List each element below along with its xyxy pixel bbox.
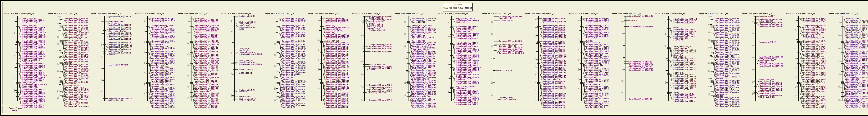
map-title-6A[interactable]: Wheat-2018-NAM29-BxPI220431_6A — [655, 13, 685, 14]
marker-label[interactable]: Tdurum_contig62141_148 — [673, 46, 691, 48]
marker-label[interactable]: SpringWheatNAM_tag_116783-4B — [456, 49, 479, 51]
marker-label[interactable]: Kukri_rep_c103433_398 — [456, 58, 473, 60]
marker-label[interactable]: SpringWheatNAM_tag_38445-5B — [586, 18, 609, 19]
marker-label[interactable]: SpringWheatNAM_tag_113106-5B — [586, 70, 609, 71]
marker-label[interactable]: SpringWheatNAM_tag_37536-2A — [152, 105, 175, 106]
marker-label[interactable]: SpringWheatNAM_tag_299321-6B — [716, 99, 740, 100]
marker-label[interactable]: RAC875_c34624_305 — [369, 24, 383, 26]
marker-label[interactable]: SpringWheatNAM_tag_287743-7B — [846, 82, 868, 84]
marker-label[interactable]: SpringWheatNAM_tag_190717-4B — [456, 98, 479, 100]
marker-label[interactable]: SpringWheatNAM_tag_35757-1A — [22, 79, 44, 80]
marker-label[interactable]: SpringWheatNAM_tag_102216-6A — [673, 86, 696, 88]
marker-label[interactable]: SpringWheatNAM_tag_92153-6A — [673, 36, 695, 37]
marker-label[interactable]: SpringWheatNAM_tag_11945-5A — [542, 98, 565, 99]
marker-label[interactable]: SpringWheatNAM_tag_316661-1B — [65, 90, 89, 92]
marker-label[interactable]: SpringWheatNAM_tag_299168-6A — [673, 85, 696, 86]
marker-label[interactable]: SpringWheatNAM_tag_298177-7A — [803, 30, 826, 32]
marker-label[interactable]: RAC875_c10194_910 — [282, 75, 296, 77]
marker-label[interactable]: CAP11_c1661_59 — [803, 35, 814, 37]
marker-label[interactable]: SpringWheatNAM_tag_27276-1B — [65, 75, 88, 76]
marker-label[interactable]: SpringWheatNAM_tag_190750-4D — [499, 40, 523, 42]
marker-label[interactable]: SpringWheatNAM_tag_25005-5A — [542, 27, 565, 28]
marker-label[interactable]: SpringWheatNAM_tag_327820-3A — [282, 32, 306, 33]
marker-label[interactable]: Ra_c4568_960 — [673, 99, 683, 100]
marker-label[interactable]: wsnp_Ku_c665_1371121 — [846, 32, 863, 33]
marker-label[interactable]: RAC875_c26767_158 — [369, 21, 383, 22]
chromosome-bar[interactable] — [408, 16, 408, 101]
marker-label[interactable]: D_contig26950_309 — [499, 20, 513, 21]
marker-label[interactable]: SpringWheatNAM_tag_87019-5A — [542, 30, 565, 32]
marker-label[interactable]: wsnp_Ex_c10751_17505459 — [152, 80, 171, 82]
marker-label[interactable]: SpringWheatNAM_tag_75608-1A — [22, 53, 44, 54]
marker-label[interactable]: SpringWheatNAM_tag_337551-3D — [369, 67, 392, 69]
marker-label[interactable]: wsnp_RFL_Contig4429_5204995 — [412, 47, 435, 49]
marker-label[interactable]: SpringWheatNAM_tag_23263-5B — [586, 46, 609, 47]
marker-label[interactable]: RAC875_c44888_403 — [108, 99, 123, 101]
marker-label[interactable]: Kukri_rep_c90693_1255 — [65, 94, 83, 95]
marker-label[interactable]: IACX9097 — [65, 62, 72, 64]
marker-label[interactable]: Ku_c3924_451 — [456, 75, 466, 77]
marker-label[interactable]: SpringWheatNAM_tag_64505-1D — [108, 52, 131, 54]
marker-label[interactable]: SpringWheatNAM_tag_26016-1B — [65, 67, 88, 69]
marker-label[interactable]: SpringWheatNAM_tag_21150-2B — [195, 34, 218, 35]
marker-label[interactable]: BS00040742_51 — [326, 91, 336, 92]
marker-label[interactable]: SpringWheatNAM_tag_24720-4A — [412, 85, 435, 87]
marker-label[interactable]: SpringWheatNAM_tag_4349-5A — [542, 41, 564, 42]
map-title-5B[interactable]: Wheat-2018-NAM29-BxPI220431_5B — [569, 13, 598, 14]
marker-label[interactable]: SpringWheatNAM_tag_251694-1A — [22, 77, 45, 78]
marker-label[interactable]: Kukri_rep_c103035_376 — [152, 42, 169, 44]
marker-label[interactable]: BS00031178_51 — [673, 55, 684, 56]
marker-label[interactable]: SpringWheatNAM_tag_114407-2A — [152, 20, 175, 21]
marker-label[interactable]: SpringWheatNAM_tag_46321-1B — [65, 54, 88, 55]
marker-label[interactable]: SpringWheatNAM_tag_81178-3D — [369, 48, 392, 49]
marker-label[interactable]: SpringWheatNAM_tag_117224-5A — [542, 77, 566, 79]
marker-label[interactable]: SpringWheatNAM_tag_14232-5D — [629, 61, 652, 62]
marker-label[interactable]: SpringWheatNAM_tag_90064-6A — [673, 79, 695, 81]
marker-label[interactable]: SpringWheatNAM_tag_44789-3D — [369, 44, 392, 46]
marker-label[interactable]: Jagger_rep_c10288_53 — [412, 49, 429, 51]
marker-label[interactable]: SpringWheatNAM_tag_112740-3D — [369, 90, 392, 92]
marker-label[interactable]: SpringWheatNAM_tag_112307-4B — [456, 74, 479, 75]
marker-label[interactable]: SpringWheatNAM_tag_330334-3B — [326, 34, 349, 35]
marker-label[interactable]: SpringWheatNAM_tag_28134-5B — [586, 72, 609, 73]
marker-label[interactable]: SpringWheatNAM_tag_192042-5B — [586, 32, 609, 33]
marker-label[interactable]: SpringWheatNAM_tag_40133-6B — [716, 100, 739, 102]
marker-label[interactable]: SpringWheatNAM_tag_68805-2A — [152, 48, 175, 49]
marker-label[interactable]: SpringWheatNAM_tag_103256-2B — [195, 103, 219, 105]
marker-label[interactable]: SpringWheatNAM_tag_317765-1A — [22, 42, 45, 44]
marker-label[interactable]: SpringWheatNAM_tag_21960-7B — [846, 85, 868, 87]
marker-label[interactable]: SpringWheatNAM_tag_299063-7B — [846, 33, 868, 35]
marker-label[interactable]: SpringWheatNAM_tag_79353-4D — [499, 49, 522, 51]
marker-label[interactable]: Jagger_c728_225 — [369, 28, 381, 29]
marker-label[interactable]: SpringWheatNAM_tag_192565-6B — [716, 106, 740, 107]
marker-label[interactable]: SpringWheatNAM_tag_158928-2A — [152, 70, 175, 71]
marker-label[interactable]: Excalibur_c20411_127 — [456, 95, 472, 96]
marker-label[interactable]: SpringWheatNAM_tag_51534-3B — [326, 94, 348, 96]
marker-label[interactable]: SpringWheatNAM_tag_192354-5B — [586, 20, 609, 21]
marker-label[interactable]: SpringWheatNAM_tag_246953-7B — [846, 84, 868, 85]
marker-label[interactable]: BobWhite_c34866_232 — [282, 42, 298, 44]
marker-label[interactable]: BobWhite_c17403_635 — [152, 75, 168, 77]
marker-label[interactable]: SpringWheatNAM_tag_38305-1A — [22, 51, 44, 52]
marker-label[interactable]: SpringWheatNAM_tag_62131-7A — [803, 91, 826, 92]
marker-label[interactable]: SpringWheatNAM_tag_25646-5A — [542, 46, 565, 48]
marker-label[interactable]: SpringWheatNAM_tag_51775-6B — [716, 28, 739, 30]
marker-label[interactable]: SpringWheatNAM_tag_73638-7B — [846, 101, 868, 103]
marker-label[interactable]: SpringWheatNAM_tag_120961-7A — [803, 51, 826, 53]
marker-label[interactable]: SpringWheatNAM_tag_43815-7B — [846, 70, 868, 71]
marker-label[interactable]: SpringWheatNAM_tag_38159-3A — [282, 53, 305, 54]
marker-label[interactable]: SpringWheatNAM_tag_17387-4B — [456, 100, 478, 102]
marker-label[interactable]: RAC875_c52195_324 — [282, 87, 296, 89]
marker-label[interactable]: SpringWheatNAM_tag_45441-7B — [846, 68, 868, 70]
marker-label[interactable]: wsnp_BF483640B_Ta_2_2 — [456, 29, 473, 31]
marker-label[interactable]: SpringWheatNAM_tag_120069-2A — [152, 89, 175, 91]
marker-label[interactable]: Excalibur_c17241_388 — [716, 66, 733, 67]
marker-label[interactable]: SpringWheatNAM_tag_76362-6B — [716, 82, 739, 83]
marker-label[interactable]: SpringWheatNAM_tag_8593-3A — [282, 18, 304, 19]
marker-label[interactable]: SpringWheatNAM_tag_18911-3A — [282, 40, 305, 42]
map-title-4A[interactable]: Wheat-2018-NAM29-BxPI220431_4A — [395, 13, 425, 14]
marker-label[interactable]: SpringWheatNAM_tag_298261-6A — [673, 51, 696, 53]
marker-label[interactable]: BS00082812_51 — [673, 27, 684, 29]
marker-label[interactable]: SpringWheatNAM_tag_62591-2A — [152, 37, 175, 39]
marker-label[interactable]: SpringWheatNAM_tag_49936-2A — [152, 18, 175, 19]
